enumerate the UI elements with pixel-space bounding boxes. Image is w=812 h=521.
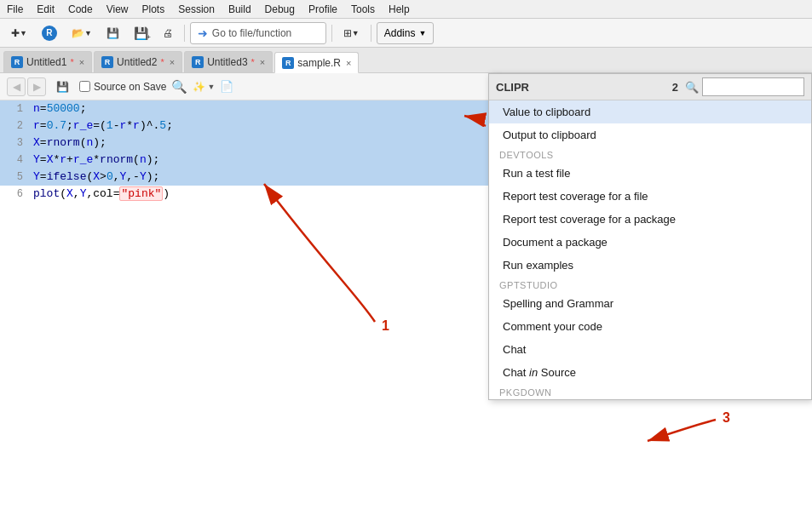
tab-untitled1[interactable]: R Untitled1 * × xyxy=(3,51,92,72)
save-icon: 💾 xyxy=(107,27,119,39)
addins-dropdown-arrow: ▼ xyxy=(418,29,426,37)
dropdown-item-spelling-grammar[interactable]: Spelling and Grammar xyxy=(489,292,811,315)
new-file-button[interactable]: ✚ ▼ xyxy=(5,22,33,44)
search-button[interactable]: 🔍 xyxy=(171,79,187,94)
menu-tools[interactable]: Tools xyxy=(348,3,378,15)
separator-1 xyxy=(184,25,185,42)
new-dropdown-arrow: ▼ xyxy=(20,29,27,37)
tab-r-icon-3: R xyxy=(192,56,204,68)
grid-icon: ⊞ xyxy=(343,27,352,39)
doc-icon: 📄 xyxy=(220,80,233,93)
grid-view-button[interactable]: ⊞ ▼ xyxy=(337,22,366,44)
tab-close-4[interactable]: × xyxy=(346,58,351,68)
tab-modified-2: * xyxy=(160,57,164,67)
menu-plots[interactable]: Plots xyxy=(139,3,169,15)
go-to-file-button[interactable]: ➜ Go to file/function xyxy=(190,22,326,44)
editor-container: ◀ ▶ 💾 Source on Save 🔍 ✨ ▼ 📄 1 n=50000; … xyxy=(0,73,812,521)
back-button[interactable]: ◀ xyxy=(7,77,26,96)
line-num-4: 4 xyxy=(0,152,30,169)
dropdown-search-area: 🔍 xyxy=(685,77,804,96)
source-on-save-checkbox[interactable] xyxy=(79,81,90,92)
line-num-3: 3 xyxy=(0,135,30,152)
dropdown-item-value-to-clipboard[interactable]: Value to clipboard xyxy=(489,100,811,123)
dropdown-section-pkgdown: PKGDOWN xyxy=(489,384,811,399)
forward-arrow-icon: ▶ xyxy=(33,81,41,93)
separator-3 xyxy=(371,25,371,42)
r-open-icon: R xyxy=(42,26,57,41)
line-num-2: 2 xyxy=(0,117,30,135)
nav-buttons: ◀ ▶ xyxy=(7,77,46,96)
dropdown-item-chat[interactable]: Chat xyxy=(489,338,811,361)
go-to-file-arrow-icon: ➜ xyxy=(198,26,208,40)
menubar: File Edit Code View Plots Session Build … xyxy=(0,0,812,19)
addins-label: Addins xyxy=(384,27,416,39)
magic-wand-icon: ✨ xyxy=(193,81,205,93)
tab-untitled3[interactable]: R Untitled3 * × xyxy=(184,51,273,72)
editor-save-icon: 💾 xyxy=(56,81,69,93)
tab-modified-3: * xyxy=(251,57,255,67)
dropdown-header: CLIPR 2 🔍 xyxy=(489,74,811,100)
source-on-save-label[interactable]: Source on Save xyxy=(79,81,166,93)
print-icon: 🖨 xyxy=(163,27,173,39)
save-all-icon: 💾+ xyxy=(134,26,148,40)
dropdown-item-chat-in-source[interactable]: Chat in Source xyxy=(489,361,811,384)
tab-label-4: sample.R xyxy=(297,57,341,69)
dropdown-item-output-to-clipboard[interactable]: Output to clipboard xyxy=(489,123,811,146)
tabs-bar: R Untitled1 * × R Untitled2 * × R Untitl… xyxy=(0,48,812,73)
addins-dropdown-menu: CLIPR 2 🔍 Value to clipboard Output to c… xyxy=(488,73,812,400)
tab-sample[interactable]: R sample.R × xyxy=(274,52,359,73)
go-to-file-label: Go to file/function xyxy=(212,27,291,39)
forward-button[interactable]: ▶ xyxy=(27,77,46,96)
tab-r-icon-4: R xyxy=(282,57,294,69)
dropdown-item-report-coverage-file[interactable]: Report test coverage for a file xyxy=(489,185,811,208)
dropdown-item-run-test-file[interactable]: Run a test file xyxy=(489,162,811,185)
dropdown-section-gptstudio: GPTSTUDIO xyxy=(489,277,811,292)
tab-label-3: Untitled3 xyxy=(207,56,247,68)
open-file-button[interactable]: R xyxy=(36,22,63,44)
plus-icon: ✚ xyxy=(11,27,20,39)
editor-save-button[interactable]: 💾 xyxy=(51,77,74,96)
save-all-button[interactable]: 💾+ xyxy=(128,22,154,44)
tab-untitled2[interactable]: R Untitled2 * × xyxy=(94,51,182,72)
tab-close-2[interactable]: × xyxy=(170,57,175,67)
tab-close-3[interactable]: × xyxy=(260,57,265,67)
tab-label-2: Untitled2 xyxy=(117,56,157,68)
tab-close-1[interactable]: × xyxy=(79,57,84,67)
dropdown-item-report-coverage-pkg[interactable]: Report test coverage for a package xyxy=(489,208,811,231)
menu-session[interactable]: Session xyxy=(175,3,218,15)
dropdown-title: CLIPR xyxy=(496,81,665,94)
dropdown-badge: 2 xyxy=(672,81,678,94)
open-dropdown-button[interactable]: 📂 ▼ xyxy=(66,22,98,44)
save-button[interactable]: 💾 xyxy=(101,22,125,44)
menu-edit[interactable]: Edit xyxy=(33,3,58,15)
dropdown-item-run-examples[interactable]: Run examples xyxy=(489,254,811,277)
dropdown-item-comment-code[interactable]: Comment your code xyxy=(489,315,811,338)
addins-button[interactable]: Addins ▼ xyxy=(377,22,435,44)
dropdown-search-icon: 🔍 xyxy=(685,81,699,94)
print-button[interactable]: 🖨 xyxy=(157,22,179,44)
menu-debug[interactable]: Debug xyxy=(262,3,298,15)
source-on-save-text: Source on Save xyxy=(94,81,166,93)
menu-view[interactable]: View xyxy=(103,3,132,15)
open-dropdown-arrow: ▼ xyxy=(84,29,92,37)
grid-dropdown-arrow: ▼ xyxy=(352,29,360,37)
line-num-6: 6 xyxy=(0,186,30,203)
main-toolbar: ✚ ▼ R 📂 ▼ 💾 💾+ 🖨 ➜ Go to file/function ⊞… xyxy=(0,19,812,48)
line-num-5: 5 xyxy=(0,169,30,186)
menu-build[interactable]: Build xyxy=(225,3,255,15)
menu-help[interactable]: Help xyxy=(385,3,413,15)
dropdown-section-devtools: DEVTOOLS xyxy=(489,146,811,162)
magic-wand-button[interactable]: ✨ ▼ xyxy=(193,81,215,93)
back-arrow-icon: ◀ xyxy=(13,81,20,93)
wand-dropdown-arrow: ▼ xyxy=(207,83,215,91)
dropdown-search-input[interactable] xyxy=(702,77,804,96)
line-num-1: 1 xyxy=(0,100,30,117)
menu-profile[interactable]: Profile xyxy=(305,3,341,15)
open-folder-icon: 📂 xyxy=(72,27,84,39)
menu-file[interactable]: File xyxy=(3,3,26,15)
menu-code[interactable]: Code xyxy=(65,3,96,15)
dropdown-item-document-package[interactable]: Document a package xyxy=(489,231,811,254)
tab-modified-1: * xyxy=(70,57,73,67)
tab-label-1: Untitled1 xyxy=(26,56,66,68)
separator-2 xyxy=(331,25,332,42)
